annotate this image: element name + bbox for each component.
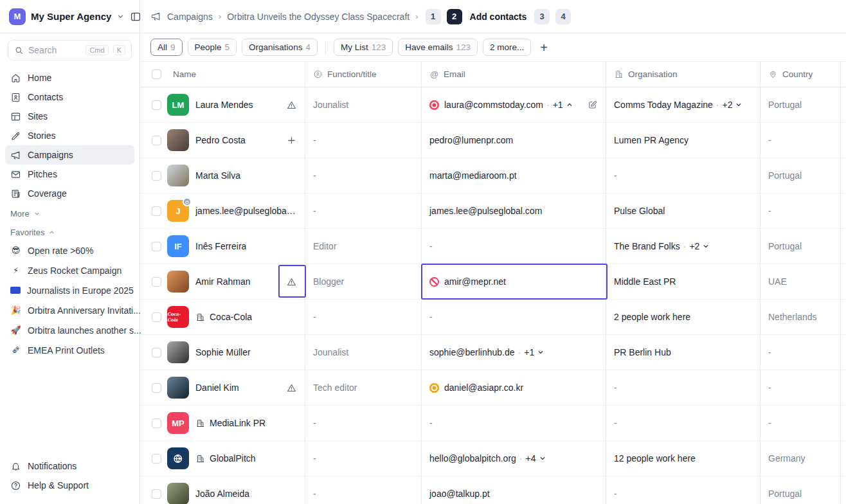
table-row-globalpitch[interactable]: GlobalPitch - hello@globalpitch.org·+4 1… [140,441,846,476]
search-input[interactable] [28,45,81,55]
email-cell[interactable]: - [422,300,606,334]
add-filter-button[interactable]: + [536,41,552,54]
edit-email-icon[interactable] [588,100,598,110]
table-row-coca-cola[interactable]: Coca-Cola Coca-Cola - - 2 people work he… [140,300,846,335]
email-address: marta@mediaroom.pt [429,170,517,181]
country-cell: - [760,406,841,440]
table-row-in-s-ferreira[interactable]: IF Inês Ferreira Editor - The Brand Folk… [140,229,846,264]
row-checkbox[interactable] [152,419,161,428]
empty-value: - [768,135,771,145]
dot-separator: · [518,347,521,357]
contact-name: GlobalPitch [210,453,256,464]
table-row-laura-mendes[interactable]: LM Laura Mendes Jounalist laura@commstod… [140,87,846,123]
table-row-daniel-kim[interactable]: Daniel Kim Tech editor daniel@asiapr.co.… [140,370,846,406]
column-header-name[interactable]: Name [140,62,305,87]
email-more-count[interactable]: +1 [553,100,563,110]
row-checkbox[interactable] [152,171,161,181]
sidebar-item-stories[interactable]: Stories [5,126,134,145]
table-row-jo-o-almeida[interactable]: João Almeida - joao@talkup.pt - Portugal [140,476,846,504]
table-row-medialink-pr[interactable]: MP MediaLink PR - - - - [140,406,846,441]
empty-value: - [768,418,771,428]
sidebar-item-coverage[interactable]: Coverage [5,184,134,203]
country-value: Portugal [768,100,802,110]
filter-chip-all[interactable]: All9 [150,39,183,56]
email-cell[interactable]: joao@talkup.pt [422,476,606,504]
email-more-count[interactable]: +4 [526,453,536,464]
filter-chip-organisations[interactable]: Organisations4 [242,39,318,56]
row-checkbox[interactable] [152,312,161,322]
row-checkbox[interactable] [152,242,161,251]
function-cell: - [305,406,422,440]
table-row-marta-silva[interactable]: Marta Silva - marta@mediaroom.pt - Portu… [140,158,846,194]
filter-chip-have-emails[interactable]: Have emails123 [398,39,478,56]
breadcrumb-campaigns[interactable]: Campaigns [167,12,213,22]
email-cell[interactable]: amir@mepr.net [422,264,606,299]
filter-chip-2-more[interactable]: 2 more... [483,39,531,56]
dot-separator: · [519,453,523,464]
row-checkbox[interactable] [152,136,161,145]
email-cell[interactable]: daniel@asiapr.co.kr [422,370,606,405]
row-checkbox[interactable] [152,206,161,216]
plus-icon[interactable] [282,135,297,146]
workspace-switcher[interactable]: M My Super Agency [0,0,140,33]
column-header-email[interactable]: @Email [422,62,606,87]
select-all-checkbox[interactable] [152,69,161,79]
row-checkbox[interactable] [152,383,161,393]
sidebar-item-pitches[interactable]: Pitches [5,165,134,184]
favorite-item-orbitra-anniversary-invitati[interactable]: 🎉Orbitra Anniversary Invitati... [0,300,140,320]
sidebar-item-help-support[interactable]: Help & Support [10,476,129,495]
row-checkbox[interactable] [152,454,161,464]
email-cell[interactable]: - [422,406,606,440]
sidebar-item-sites[interactable]: Sites [5,107,134,126]
chevron-down-icon [735,101,742,109]
table-row-sophie-m-ller[interactable]: Sophie Müller Jounalist sophie@berlinhub… [140,335,846,370]
favorite-item-open-rate-60[interactable]: 😎Open rate >60% [0,240,140,260]
sidebar-item-home[interactable]: Home [5,68,134,87]
search-box[interactable]: Cmd K [8,40,132,60]
table-row-amir-rahman[interactable]: Amir Rahman Blogger amir@mepr.net Middle… [140,264,846,300]
filter-chip-people[interactable]: People5 [188,39,237,56]
name-cell: Marta Silva [140,158,305,193]
row-checkbox[interactable] [152,348,161,357]
step-pill-4[interactable]: 4 [555,9,571,24]
table-row-james-lee-pulseglobal-c[interactable]: J@ james.lee@pulseglobal.c... - james.le… [140,194,846,229]
sidebar-item-campaigns[interactable]: Campaigns [5,145,134,165]
table-row-pedro-costa[interactable]: Pedro Costa - pedro@lumenpr.com Lumen PR… [140,123,846,158]
sidebar-item-notifications[interactable]: Notifications [10,456,129,476]
sidebar-more-toggle[interactable]: More [0,203,140,222]
column-header-organisation[interactable]: Organisation [606,62,760,87]
favorite-item-zeus-rocket-campaign[interactable]: ⚡Zeus Rocket Campaign [0,260,140,280]
contact-name: Inês Ferreira [195,241,246,251]
column-header-function-title[interactable]: Function/title [305,62,422,87]
step-pill-2[interactable]: 2 [447,9,462,24]
email-cell[interactable]: sophie@berlinhub.de·+1 [422,335,606,370]
organisation-cell: PR Berlin Hub [606,335,760,370]
sidebar-favorites-toggle[interactable]: Favorites [0,222,140,240]
row-checkbox[interactable] [152,100,161,110]
row-checkbox[interactable] [152,277,161,287]
favorite-item-journalists-in-europe-2025[interactable]: Journalists in Europe 2025 [0,280,140,300]
empty-value: - [614,170,617,181]
organisation-more-count[interactable]: +2 [689,241,699,251]
email-cell[interactable]: marta@mediaroom.pt [422,158,606,193]
email-more-count[interactable]: +1 [524,347,534,357]
favorite-item-orbitra-launches-another-s[interactable]: 🚀Orbitra launches another s... [0,320,140,340]
email-cell[interactable]: laura@commstoday.com·+1 [422,87,606,122]
column-header-country[interactable]: Country [760,62,841,87]
email-cell[interactable]: hello@globalpitch.org·+4 [422,441,606,476]
organisation-more-count[interactable]: +2 [722,100,732,110]
country-value: Portugal [768,489,802,499]
country-value: Portugal [768,170,802,181]
sidebar-item-contacts[interactable]: Contacts [5,87,134,107]
breadcrumb-campaign-title[interactable]: Orbitra Unveils the Odyssey Class Spacec… [227,12,410,22]
favorite-item-emea-print-outlets[interactable]: 🗞EMEA Print Outlets [0,340,140,360]
function-title: Tech editor [313,382,357,393]
row-checkbox[interactable] [152,489,161,499]
avatar-mail-badge: @ [183,197,192,206]
email-cell[interactable]: james.lee@pulseglobal.com [422,194,606,228]
email-cell[interactable]: pedro@lumenpr.com [422,123,606,158]
email-cell[interactable]: - [422,229,606,264]
step-pill-3[interactable]: 3 [534,9,550,24]
step-pill-1[interactable]: 1 [426,9,441,24]
filter-chip-my-list[interactable]: My List123 [334,39,393,56]
